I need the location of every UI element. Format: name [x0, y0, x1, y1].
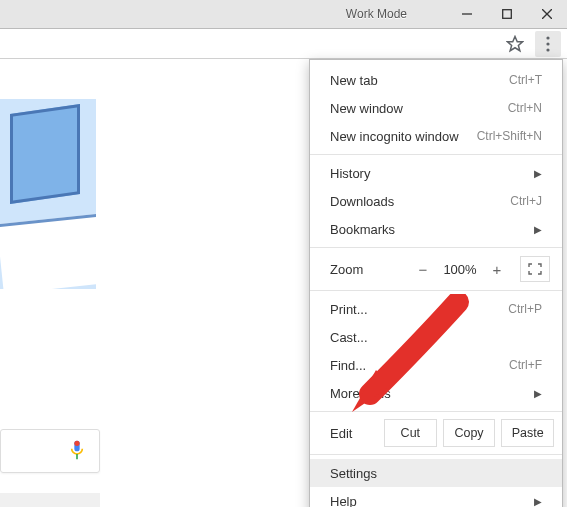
cut-button[interactable]: Cut [384, 419, 437, 447]
menu-label: Zoom [330, 262, 408, 277]
menu-shortcut: Ctrl+P [508, 302, 542, 316]
fullscreen-button[interactable] [520, 256, 550, 282]
svg-point-5 [546, 36, 549, 39]
menu-item-new-window[interactable]: New window Ctrl+N [310, 94, 562, 122]
footer-strip [0, 493, 100, 507]
menu-shortcut: Ctrl+F [509, 358, 542, 372]
menu-item-new-tab[interactable]: New tab Ctrl+T [310, 66, 562, 94]
zoom-in-button[interactable]: + [482, 255, 512, 283]
menu-item-history[interactable]: History ▶ [310, 159, 562, 187]
bookmark-star-icon[interactable] [501, 30, 529, 58]
menu-item-find[interactable]: Find... Ctrl+F [310, 351, 562, 379]
menu-item-print[interactable]: Print... Ctrl+P [310, 295, 562, 323]
svg-marker-4 [508, 36, 523, 50]
svg-rect-9 [74, 440, 79, 445]
menu-label: History [330, 166, 528, 181]
menu-label: Bookmarks [330, 222, 528, 237]
svg-point-6 [546, 42, 549, 45]
chevron-right-icon: ▶ [534, 224, 542, 235]
menu-item-zoom: Zoom − 100% + [310, 252, 562, 286]
menu-separator [310, 411, 562, 412]
window-titlebar: Work Mode [0, 0, 567, 29]
menu-item-bookmarks[interactable]: Bookmarks ▶ [310, 215, 562, 243]
menu-separator [310, 290, 562, 291]
copy-button[interactable]: Copy [443, 419, 496, 447]
chevron-right-icon: ▶ [534, 496, 542, 507]
menu-label: More tools [330, 386, 528, 401]
menu-button[interactable] [535, 31, 561, 57]
menu-label: Print... [330, 302, 508, 317]
maximize-button[interactable] [487, 0, 527, 29]
menu-item-downloads[interactable]: Downloads Ctrl+J [310, 187, 562, 215]
minimize-button[interactable] [447, 0, 487, 29]
menu-item-help[interactable]: Help ▶ [310, 487, 562, 507]
microphone-icon[interactable] [69, 439, 85, 464]
paste-button[interactable]: Paste [501, 419, 554, 447]
menu-separator [310, 454, 562, 455]
menu-shortcut: Ctrl+T [509, 73, 542, 87]
menu-label: Help [330, 494, 528, 508]
zoom-value: 100% [438, 262, 482, 277]
svg-rect-1 [503, 10, 512, 19]
menu-label: Edit [330, 426, 378, 441]
search-box[interactable] [0, 429, 100, 473]
menu-shortcut: Ctrl+Shift+N [477, 129, 542, 143]
chevron-right-icon: ▶ [534, 168, 542, 179]
menu-label: New incognito window [330, 129, 477, 144]
menu-label: Cast... [330, 330, 542, 345]
menu-item-more-tools[interactable]: More tools ▶ [310, 379, 562, 407]
zoom-out-button[interactable]: − [408, 255, 438, 283]
menu-separator [310, 154, 562, 155]
svg-point-7 [546, 48, 549, 51]
menu-item-settings[interactable]: Settings [310, 459, 562, 487]
menu-shortcut: Ctrl+J [510, 194, 542, 208]
menu-label: Settings [330, 466, 542, 481]
window-title: Work Mode [346, 7, 407, 21]
browser-toolbar [0, 29, 567, 59]
menu-shortcut: Ctrl+N [508, 101, 542, 115]
menu-item-new-incognito[interactable]: New incognito window Ctrl+Shift+N [310, 122, 562, 150]
chrome-menu: New tab Ctrl+T New window Ctrl+N New inc… [309, 59, 563, 507]
menu-label: New tab [330, 73, 509, 88]
menu-label: Find... [330, 358, 509, 373]
menu-label: New window [330, 101, 508, 116]
menu-label: Downloads [330, 194, 510, 209]
menu-item-cast[interactable]: Cast... [310, 323, 562, 351]
chevron-right-icon: ▶ [534, 388, 542, 399]
page-illustration [0, 99, 96, 289]
menu-separator [310, 247, 562, 248]
menu-item-edit: Edit Cut Copy Paste [310, 416, 562, 450]
close-button[interactable] [527, 0, 567, 29]
